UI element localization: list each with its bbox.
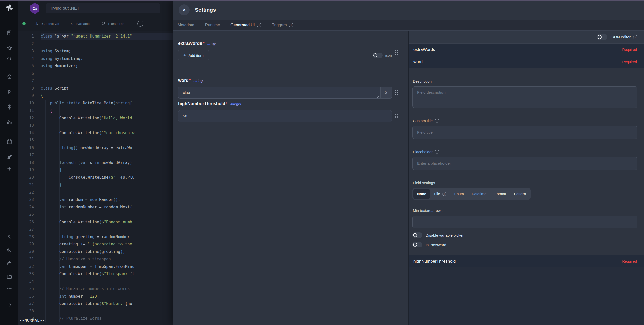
calendar-icon[interactable] [6, 138, 13, 145]
settings-panel: ✕ Settings MetadataRuntimeGenerated UIiT… [173, 0, 644, 325]
building-icon[interactable] [6, 30, 13, 36]
vim-status: --NORMAL-- [19, 317, 45, 324]
toggle-switch[interactable] [412, 242, 422, 247]
code-line: using System; [41, 48, 173, 55]
clipped-toolbar-icon[interactable] [137, 21, 143, 27]
line-number: 32 [18, 263, 41, 271]
description-textarea[interactable]: Field description [412, 86, 637, 108]
robot-icon[interactable] [6, 260, 13, 266]
close-icon[interactable]: ✕ [179, 4, 190, 15]
json-editor-toggle[interactable] [597, 34, 607, 40]
property-name: highNumberThreshold [413, 259, 456, 264]
route-icon[interactable] [6, 154, 13, 160]
line-number: 23 [18, 196, 41, 204]
code-line: Console.WriteLine("Your chosen w [41, 129, 173, 137]
code-line: // Humanize a timespan [41, 256, 173, 263]
line-number: 29 [18, 241, 41, 248]
field-settings-label: Field settings [413, 180, 637, 185]
arrow-right-icon[interactable] [6, 302, 13, 308]
script-title-input[interactable]: Trying out .NET [46, 3, 160, 13]
code-line [41, 308, 173, 315]
info-icon: i [289, 23, 293, 27]
line-number: 36 [18, 293, 41, 300]
property-row-word[interactable]: wordRequired [409, 56, 644, 68]
code-line: int number = 123; [41, 293, 173, 300]
form-field-extraWords: extraWords*array+Add itemjson [178, 41, 408, 61]
plus-icon[interactable] [6, 165, 13, 172]
property-row-highNumberThreshold[interactable]: highNumberThresholdRequired [409, 255, 644, 267]
code-line: var random = new Random(); [41, 196, 173, 204]
property-name: extraWords [413, 47, 435, 52]
star-icon[interactable] [6, 45, 13, 51]
resize-handle-icon[interactable] [634, 104, 636, 107]
custom-title-label: Custom title i [413, 119, 637, 123]
window-top-strip [0, 0, 644, 1]
add-context-var-button[interactable]: $ +Context var [36, 22, 59, 26]
tab-metadata[interactable]: Metadata [177, 20, 195, 30]
settings-header: ✕ Settings [173, 0, 644, 20]
line-number: 3 [18, 48, 41, 55]
line-number: 6 [18, 70, 41, 78]
line-number: 38 [18, 308, 41, 315]
line-number: 17 [18, 152, 41, 159]
field-setting-option-datetime[interactable]: Datetime [468, 189, 490, 199]
toggle-switch[interactable] [412, 232, 422, 238]
property-row-extraWords[interactable]: extraWordsRequired [409, 43, 644, 56]
search-icon[interactable] [6, 56, 13, 62]
resize-handle-icon[interactable] [377, 95, 379, 98]
variable-picker-button[interactable]: $ [380, 87, 392, 99]
toggle-row-is-password: Is Password [412, 242, 637, 247]
line-number: 15 [18, 137, 41, 144]
line-number: 21 [18, 181, 41, 189]
code-line: using Humanizer; [41, 62, 173, 70]
code-line [41, 70, 173, 78]
tab-label: Metadata [178, 23, 194, 27]
code-area[interactable]: 1234567891011121314151617181920212223242… [18, 31, 173, 325]
highNumberThreshold-input[interactable]: 50 [178, 110, 392, 122]
folder-icon[interactable] [6, 273, 13, 280]
line-number: 27 [18, 226, 41, 233]
field-setting-option-file[interactable]: Filei [430, 189, 450, 199]
settings-body: extraWords*array+Add itemjsonword*string… [173, 31, 644, 325]
add-variable-button[interactable]: $ +Variable [71, 22, 90, 26]
word-input[interactable]: clue$ [178, 87, 392, 99]
drag-handle-icon[interactable] [395, 90, 398, 95]
windmill-logo[interactable] [5, 4, 14, 13]
tab-runtime[interactable]: Runtime [205, 20, 221, 30]
drag-handle-icon[interactable] [395, 50, 398, 55]
tab-triggers[interactable]: Triggersi [271, 20, 294, 30]
play-icon[interactable] [6, 88, 13, 95]
custom-title-input[interactable]: Field title [412, 126, 637, 139]
toggle-label: Is Password [426, 243, 446, 247]
field-setting-option-enum[interactable]: Enum [451, 189, 468, 199]
line-number: 31 [18, 256, 41, 263]
code-line: { [41, 166, 173, 174]
placeholder-input[interactable]: Enter a placeholder [412, 157, 637, 170]
add-item-button[interactable]: +Add item [178, 50, 209, 61]
person-icon[interactable] [6, 234, 13, 240]
required-badge: Required [622, 259, 637, 263]
dollar-icon[interactable] [6, 104, 13, 110]
tab-generated-ui[interactable]: Generated UIi [230, 20, 262, 30]
cubes-icon[interactable] [6, 119, 13, 125]
min-textarea-rows-input[interactable] [412, 216, 637, 228]
package-icon [101, 21, 105, 26]
code-editor-column: C# Trying out .NET $ +Context var $ +Var… [18, 0, 173, 325]
field-setting-option-pattern[interactable]: Pattern [510, 189, 530, 199]
drag-handle-icon[interactable] [395, 114, 398, 118]
field-setting-option-none[interactable]: None [413, 189, 430, 199]
list-icon[interactable] [6, 286, 13, 293]
editor-toolbar: $ +Context var $ +Variable +Resource [18, 17, 173, 31]
home-icon[interactable] [6, 73, 13, 80]
line-number: 35 [18, 285, 41, 293]
info-icon: i [442, 192, 446, 196]
tab-label: Generated UI [230, 23, 255, 27]
json-toggle[interactable] [373, 53, 383, 58]
line-number-gutter: 1234567891011121314151617181920212223242… [18, 33, 41, 322]
gear-icon[interactable] [6, 247, 13, 253]
line-number: 16 [18, 144, 41, 152]
code-line: int randomNumber = random.Next( [41, 204, 173, 211]
field-setting-option-format[interactable]: Format [491, 189, 510, 199]
add-resource-button[interactable]: +Resource [101, 21, 124, 26]
json-toggle-label: json [385, 53, 392, 57]
